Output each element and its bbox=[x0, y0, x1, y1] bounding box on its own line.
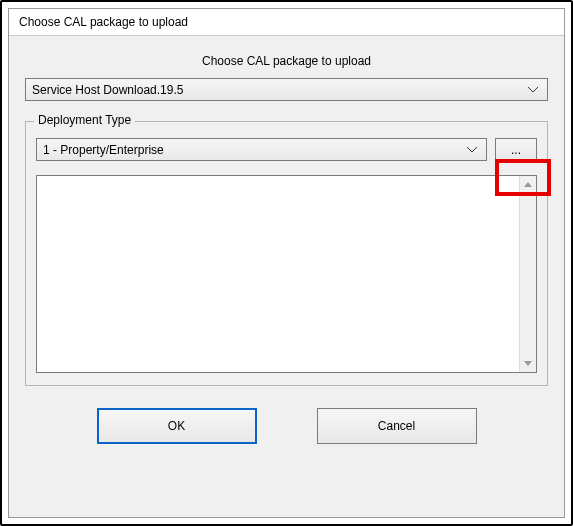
deployment-type-legend: Deployment Type bbox=[34, 113, 135, 127]
ok-button-label: OK bbox=[168, 419, 185, 433]
deployment-listbox-content bbox=[37, 176, 519, 372]
deployment-type-group: Deployment Type 1 - Property/Enterprise … bbox=[25, 121, 548, 386]
deployment-listbox[interactable] bbox=[36, 175, 537, 373]
chevron-down-icon bbox=[464, 147, 480, 153]
cancel-button-label: Cancel bbox=[378, 419, 415, 433]
cancel-button[interactable]: Cancel bbox=[317, 408, 477, 444]
browse-button[interactable]: ... bbox=[495, 138, 537, 161]
deployment-type-combo-text: 1 - Property/Enterprise bbox=[43, 143, 464, 157]
deployment-type-combo[interactable]: 1 - Property/Enterprise bbox=[36, 138, 487, 161]
scroll-up-icon[interactable] bbox=[520, 176, 536, 193]
browse-button-label: ... bbox=[511, 143, 521, 157]
screenshot-frame: Choose CAL package to upload Choose CAL … bbox=[0, 0, 573, 526]
window-title: Choose CAL package to upload bbox=[19, 15, 188, 29]
scroll-down-icon[interactable] bbox=[520, 355, 536, 372]
package-combo[interactable]: Service Host Download.19.5 bbox=[25, 78, 548, 101]
titlebar: Choose CAL package to upload bbox=[9, 9, 564, 36]
ok-button[interactable]: OK bbox=[97, 408, 257, 444]
chevron-down-icon bbox=[525, 87, 541, 93]
dialog-window: Choose CAL package to upload Choose CAL … bbox=[8, 8, 565, 518]
deployment-type-row: 1 - Property/Enterprise ... bbox=[36, 138, 537, 161]
scrollbar[interactable] bbox=[519, 176, 536, 372]
package-combo-text: Service Host Download.19.5 bbox=[32, 83, 525, 97]
header-label: Choose CAL package to upload bbox=[25, 54, 548, 68]
dialog-button-row: OK Cancel bbox=[25, 408, 548, 444]
dialog-body: Choose CAL package to upload Service Hos… bbox=[9, 36, 564, 456]
